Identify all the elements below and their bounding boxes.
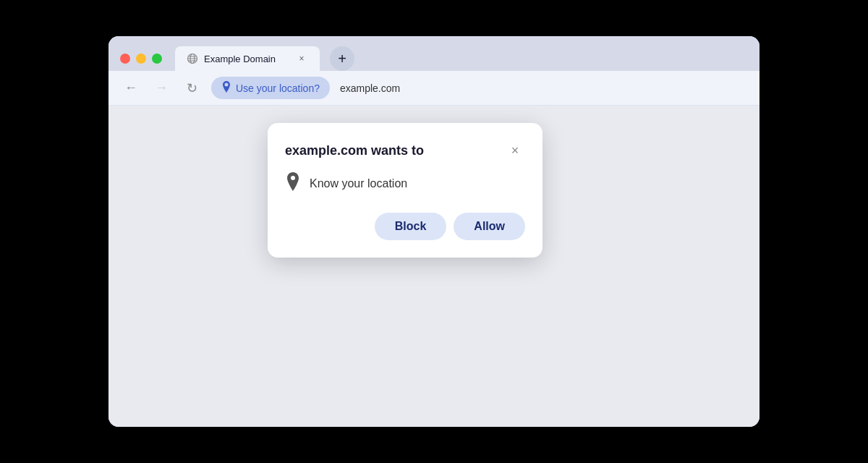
- block-button[interactable]: Block: [375, 213, 447, 240]
- close-button[interactable]: [120, 54, 130, 64]
- tab-title: Example Domain: [204, 54, 289, 64]
- popup-actions: Block Allow: [285, 213, 525, 240]
- address-bar[interactable]: Use your location? example.com: [211, 77, 748, 99]
- globe-icon: [187, 53, 198, 64]
- nav-bar: ← → ↻ Use your location? example.com: [109, 71, 760, 106]
- back-button[interactable]: ←: [120, 77, 142, 99]
- location-pin-icon: [285, 172, 301, 195]
- popup-title: example.com wants to: [285, 143, 424, 158]
- popup-header: example.com wants to ×: [285, 140, 525, 161]
- forward-button[interactable]: →: [150, 77, 172, 99]
- location-permission-pill[interactable]: Use your location?: [211, 77, 330, 99]
- browser-window: Example Domain × + ← → ↻ Use your locati…: [109, 36, 760, 427]
- page-content: example.com wants to × Know your locatio…: [109, 106, 760, 427]
- permission-popup: example.com wants to × Know your locatio…: [268, 123, 542, 258]
- minimize-button[interactable]: [136, 54, 146, 64]
- new-tab-button[interactable]: +: [330, 46, 354, 71]
- location-icon: [221, 81, 231, 95]
- active-tab[interactable]: Example Domain ×: [175, 46, 320, 71]
- address-text: example.com: [330, 78, 410, 98]
- location-pill-text: Use your location?: [236, 82, 320, 94]
- popup-close-button[interactable]: ×: [505, 140, 525, 161]
- permission-item: Know your location: [285, 172, 525, 195]
- traffic-lights: [120, 54, 162, 64]
- tab-close-button[interactable]: ×: [295, 52, 308, 65]
- allow-button[interactable]: Allow: [454, 213, 525, 240]
- reload-button[interactable]: ↻: [181, 77, 203, 99]
- title-bar: Example Domain × +: [109, 36, 760, 71]
- permission-label: Know your location: [310, 177, 407, 190]
- maximize-button[interactable]: [152, 54, 162, 64]
